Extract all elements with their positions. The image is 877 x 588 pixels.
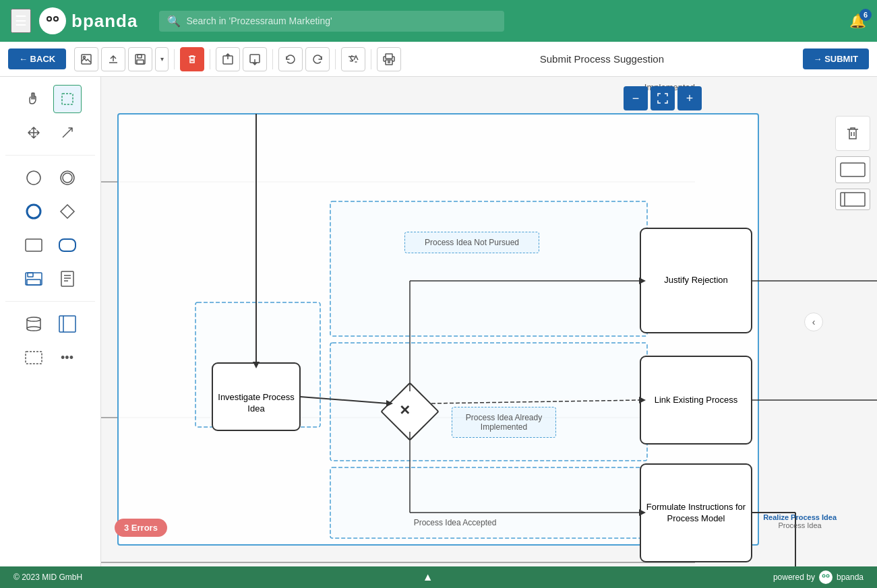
- svg-rect-9: [137, 60, 144, 64]
- delete-button[interactable]: [180, 47, 204, 71]
- collapse-panel-button[interactable]: ‹: [804, 313, 823, 331]
- tool-row-1: [5, 85, 95, 113]
- logo-icon: [39, 7, 66, 34]
- powered-by-text: powered by: [773, 573, 815, 582]
- svg-point-4: [55, 18, 57, 20]
- shape-panel: [835, 116, 870, 210]
- notification-bell[interactable]: 🔔 6: [849, 13, 866, 29]
- import-button[interactable]: [243, 47, 267, 71]
- double-circle-shape[interactable]: [53, 164, 82, 192]
- zoom-fit-button[interactable]: [651, 86, 675, 110]
- svg-marker-20: [61, 205, 74, 218]
- separator-1: [174, 49, 175, 69]
- doc-shape[interactable]: [53, 265, 82, 293]
- undo-button[interactable]: [278, 47, 303, 71]
- shape-row-4: [5, 265, 95, 293]
- hline-bottom: [101, 562, 695, 563]
- svg-point-70: [827, 575, 828, 577]
- divider-2: [5, 301, 95, 302]
- svg-rect-34: [841, 163, 865, 176]
- cylinder-shape[interactable]: [20, 310, 48, 338]
- svg-rect-45: [640, 356, 752, 444]
- more-shapes[interactable]: •••: [53, 344, 82, 372]
- canvas-area[interactable]: Implemented − +: [101, 77, 877, 566]
- hamburger-menu-button[interactable]: ☰: [11, 9, 31, 33]
- image-button[interactable]: [74, 47, 98, 71]
- separator-4: [335, 49, 336, 69]
- upload-button[interactable]: [101, 47, 125, 71]
- svg-point-30: [27, 327, 40, 331]
- svg-rect-44: [640, 228, 752, 333]
- tool-row-2: [5, 119, 95, 147]
- toolbar: ← BACK ▾: [0, 42, 877, 77]
- search-icon: 🔍: [167, 15, 181, 28]
- footer-logo: powered by bpanda: [773, 570, 864, 584]
- dashed-rect-shape[interactable]: [20, 344, 48, 372]
- svg-text:✕: ✕: [399, 403, 411, 418]
- search-input[interactable]: [186, 15, 496, 26]
- circle-shape[interactable]: [20, 164, 48, 192]
- errors-badge[interactable]: 3 Errors: [115, 519, 167, 537]
- svg-rect-42: [212, 363, 300, 430]
- delete-shape-button[interactable]: [835, 116, 870, 151]
- svg-rect-39: [330, 343, 647, 461]
- search-bar[interactable]: 🔍: [159, 11, 504, 32]
- svg-point-27: [27, 317, 40, 321]
- svg-point-66: [821, 573, 830, 582]
- toolbar-title: Submit Process Suggestion: [537, 53, 667, 65]
- svg-rect-33: [26, 352, 42, 364]
- left-sidebar: •••: [0, 77, 101, 566]
- pan-tool[interactable]: [20, 85, 48, 113]
- realize-area: Realize Process Idea Process Idea: [763, 513, 837, 529]
- rounded-rect-shape[interactable]: [53, 231, 82, 259]
- svg-rect-31: [59, 316, 75, 332]
- diagram-svg: ✕: [108, 114, 692, 545]
- svg-rect-12: [386, 54, 392, 59]
- shape-row-3: [5, 231, 95, 259]
- thick-circle-shape[interactable]: [20, 197, 48, 226]
- submit-button[interactable]: → SUBMIT: [803, 48, 869, 69]
- divider-1: [5, 155, 95, 156]
- save-shape[interactable]: [20, 265, 48, 293]
- shape-row-2: [5, 197, 95, 226]
- svg-point-19: [27, 205, 40, 218]
- back-button[interactable]: ← BACK: [8, 48, 66, 69]
- zoom-out-button[interactable]: −: [624, 86, 648, 110]
- svg-rect-21: [26, 239, 42, 251]
- shape-row-6: •••: [5, 344, 95, 372]
- svg-rect-38: [330, 201, 647, 336]
- select-tool[interactable]: [53, 85, 82, 113]
- svg-point-69: [823, 575, 824, 577]
- diamond-shape[interactable]: [53, 197, 82, 226]
- svg-rect-26: [61, 271, 73, 286]
- rect-shape[interactable]: [20, 231, 48, 259]
- export-up-button[interactable]: [216, 47, 240, 71]
- svg-point-18: [63, 173, 72, 183]
- shape-preview-small: [835, 189, 870, 210]
- svg-point-0: [44, 12, 61, 30]
- top-navigation: ☰ bpanda 🔍 🔔 6: [0, 0, 877, 42]
- redo-button[interactable]: [305, 47, 330, 71]
- notification-count: 6: [859, 9, 872, 21]
- diagram-area: ✕ Investigate Process Idea Justify Rejec…: [108, 114, 692, 545]
- lane-shape[interactable]: [53, 310, 82, 338]
- zoom-in-button[interactable]: +: [677, 86, 702, 110]
- move-tool[interactable]: [20, 119, 48, 147]
- zoom-controls: − +: [624, 86, 702, 110]
- separator-2: [210, 49, 210, 69]
- separator-5: [371, 49, 371, 69]
- svg-point-3: [48, 18, 51, 20]
- save-button[interactable]: [128, 47, 152, 71]
- copyright: © 2023 MID GmbH: [13, 573, 82, 582]
- connect-tool[interactable]: [53, 119, 82, 147]
- footer-logo-icon: [819, 570, 833, 584]
- print-button[interactable]: [377, 47, 401, 71]
- svg-rect-40: [330, 467, 647, 538]
- scroll-up[interactable]: ▲: [423, 571, 433, 583]
- save-dropdown-button[interactable]: ▾: [155, 47, 169, 71]
- main-area: ••• Implemented − +: [0, 77, 877, 566]
- footer: © 2023 MID GmbH ▲ powered by bpanda: [0, 566, 877, 588]
- translate-button[interactable]: [341, 47, 365, 71]
- svg-rect-24: [28, 273, 33, 277]
- logo-text: bpanda: [71, 11, 138, 32]
